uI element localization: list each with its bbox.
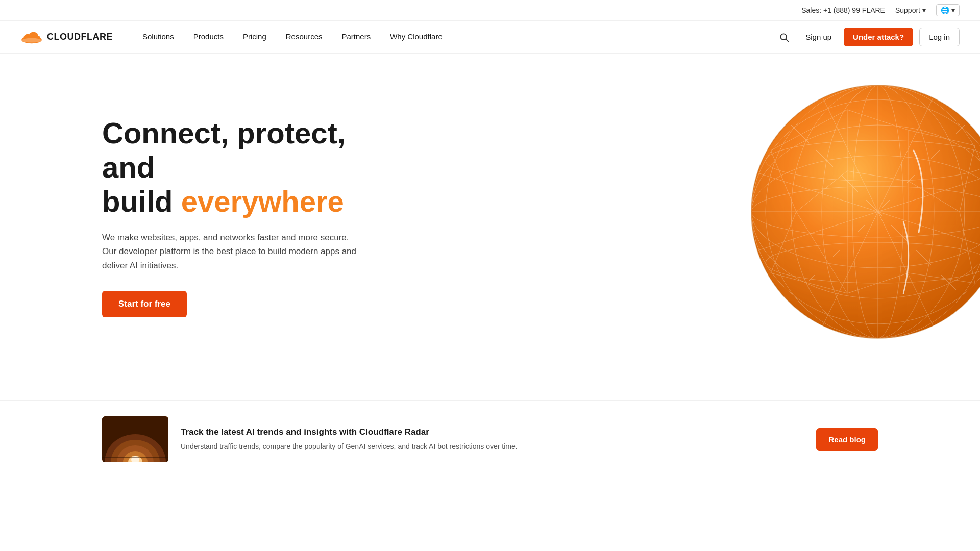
support-chevron-icon: ▾ xyxy=(922,6,926,14)
nav-products[interactable]: Products xyxy=(184,21,233,54)
sales-number: Sales: +1 (888) 99 FLARE xyxy=(801,6,885,14)
nav-links: Solutions Products Pricing Resources Par… xyxy=(133,21,775,54)
under-attack-button[interactable]: Under attack? xyxy=(844,28,913,46)
hero-title-line2-prefix: build xyxy=(102,185,181,218)
log-in-button[interactable]: Log in xyxy=(919,28,960,46)
hero-section: Connect, protect, and build everywhere W… xyxy=(0,54,980,370)
globe-visualization xyxy=(745,79,980,344)
blog-banner: Track the latest AI trends and insights … xyxy=(0,400,980,478)
hero-title: Connect, protect, and build everywhere xyxy=(102,116,388,218)
hero-title-everywhere: everywhere xyxy=(181,185,344,218)
blog-description: Understand traffic trends, compare the p… xyxy=(181,441,804,452)
globe-icon: 🌐 xyxy=(941,6,949,14)
support-menu[interactable]: Support ▾ xyxy=(895,6,926,14)
hero-title-line1: Connect, protect, and xyxy=(102,116,346,184)
sign-up-button[interactable]: Sign up xyxy=(799,29,838,45)
blog-thumb-svg xyxy=(102,416,168,462)
globe-chevron-icon: ▾ xyxy=(951,6,955,14)
svg-point-4 xyxy=(22,38,41,42)
top-bar: Sales: +1 (888) 99 FLARE Support ▾ 🌐 ▾ xyxy=(0,0,980,21)
nav-solutions[interactable]: Solutions xyxy=(133,21,183,54)
start-for-free-button[interactable]: Start for free xyxy=(102,291,187,317)
blog-content: Track the latest AI trends and insights … xyxy=(181,427,804,452)
search-icon xyxy=(779,32,789,42)
search-button[interactable] xyxy=(775,28,793,46)
svg-line-6 xyxy=(786,39,789,41)
read-blog-button[interactable]: Read blog xyxy=(816,428,878,451)
nav-pricing[interactable]: Pricing xyxy=(234,21,276,54)
nav-resources[interactable]: Resources xyxy=(277,21,332,54)
blog-thumbnail-image xyxy=(102,416,168,462)
logo-text: CLOUDFLARE xyxy=(47,32,113,42)
main-nav: CLOUDFLARE Solutions Products Pricing Re… xyxy=(0,21,980,54)
logo[interactable]: CLOUDFLARE xyxy=(20,30,113,44)
nav-partners[interactable]: Partners xyxy=(332,21,380,54)
cloudflare-logo-icon xyxy=(20,30,43,44)
support-label: Support xyxy=(895,6,920,14)
blog-thumbnail xyxy=(102,416,168,462)
nav-why-cloudflare[interactable]: Why Cloudflare xyxy=(381,21,452,54)
language-selector[interactable]: 🌐 ▾ xyxy=(936,4,960,16)
nav-actions: Sign up Under attack? Log in xyxy=(775,28,960,46)
hero-content: Connect, protect, and build everywhere W… xyxy=(102,116,388,317)
hero-description: We make websites, apps, and networks fas… xyxy=(102,231,357,272)
blog-title: Track the latest AI trends and insights … xyxy=(181,427,804,437)
globe-svg xyxy=(745,79,980,344)
